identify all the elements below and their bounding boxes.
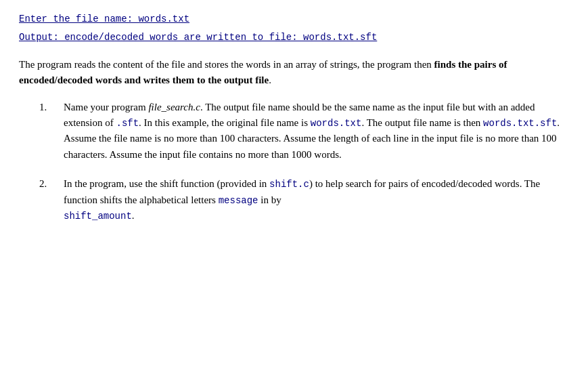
output-line: Output: encode/decoded words are written… [19,30,569,45]
item2-end: . [132,210,135,221]
item1-mid1: . In this example, the original file nam… [139,117,311,128]
item1-mid2: . The output file name is then [361,117,483,128]
terminal-input-line: Enter the file name: words.txt [19,12,569,26]
item2-code2: message [219,195,258,206]
prose-end: . [269,75,271,85]
item1-italic: file_search.c [148,102,200,112]
item1-code2: words.txt [311,118,362,129]
item2-mid2: in by [258,194,281,205]
list-item-2: In the program, use the shift function (… [39,176,569,224]
output-label: Output: [19,32,59,43]
item1-code1: .sft [116,118,139,129]
list-item-1: Name your program file_search.c. The out… [39,100,569,163]
item2-pre: In the program, use the shift function (… [64,178,269,189]
item2-code1: shift.c [269,179,309,190]
item2-code3: shift_amount [64,211,132,222]
numbered-list: Name your program file_search.c. The out… [19,100,569,225]
item1-pre: Name your program [64,102,148,112]
item1-code3: words.txt.sft [483,118,557,129]
prose-text-1: The program reads the content of the fil… [19,59,434,70]
list-item-2-content: In the program, use the shift function (… [64,176,569,224]
intro-paragraph: The program reads the content of the fil… [19,57,569,89]
list-item-1-content: Name your program file_search.c. The out… [64,100,569,163]
output-text: encode/decoded words are written to file… [59,32,377,43]
